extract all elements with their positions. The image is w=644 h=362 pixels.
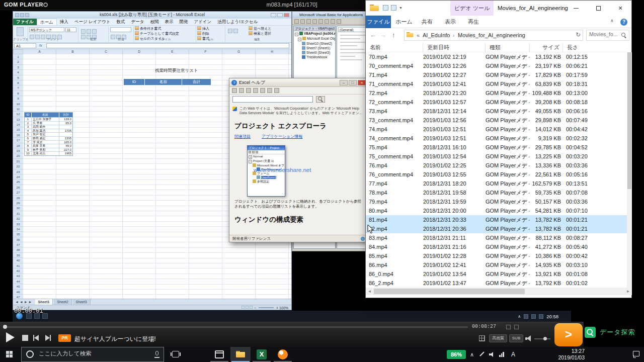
open-panel-button[interactable]: > (554, 323, 583, 346)
header-length[interactable]: 長さ (563, 43, 622, 52)
taskbar-search-input[interactable] (39, 350, 139, 356)
ad-text[interactable]: 超サイヤ人ブルーついに登場! (74, 335, 156, 343)
file-row[interactable]: 83.mp4 2018/12/31 21:11 GOM Playerメディア .… (366, 233, 627, 242)
explorer-window-title: Movies_for_AI_engineering (498, 1, 568, 16)
next-button[interactable] (45, 335, 51, 341)
breadcrumb-collapse[interactable]: « (417, 32, 420, 38)
taskbar-search-box[interactable] (21, 347, 164, 362)
file-row[interactable]: 76.mp4 2019/01/02 12:25 GOM Playerメディア .… (366, 161, 627, 170)
file-row[interactable]: 73_comment.mp4 2019/01/03 12:56 GOM Play… (366, 116, 627, 125)
file-row[interactable]: 82.mp4 2018/12/31 20:36 GOM Playerメディア .… (366, 224, 627, 233)
qat-icon-1[interactable] (383, 5, 388, 11)
row-number: 46 (13, 290, 23, 295)
repeat-icon[interactable] (506, 325, 511, 329)
file-row[interactable]: 86_2.mp4 2019/01/02 13:47 GOM Playerメディア… (366, 279, 627, 288)
file-row[interactable]: 80.mp4 2018/12/31 20:00 GOM Playerメディア .… (366, 206, 627, 215)
close-button[interactable]: × (609, 1, 631, 16)
header-size[interactable]: サイズ (530, 43, 563, 52)
file-row[interactable]: 79.mp4 2018/12/31 19:59 GOM Playerメディア .… (366, 197, 627, 206)
tray-expand-icon[interactable]: ∧ (470, 351, 474, 358)
file-row[interactable]: 75_comment.mp4 2019/01/03 12:54 GOM Play… (366, 152, 627, 161)
breadcrumb[interactable]: « AI_EduInfo › Movies_for_AI_engineering… (404, 30, 583, 41)
up-button[interactable]: ↑ (392, 31, 395, 39)
file-row[interactable]: 86.mp4 2019/01/02 12:41 GOM Playerメディア .… (366, 260, 627, 269)
header-name[interactable]: 名前 (366, 43, 423, 52)
network-icon[interactable] (499, 352, 504, 357)
play-button[interactable] (6, 332, 15, 342)
action-center-icon[interactable] (633, 351, 639, 356)
microphone-icon[interactable] (155, 351, 158, 355)
maximize-button[interactable] (587, 1, 609, 16)
stop-button[interactable] (22, 335, 28, 341)
file-row[interactable]: 71_comment.mp4 2019/01/03 12:41 GOM Play… (366, 79, 627, 88)
minimize-button[interactable] (565, 1, 587, 16)
header-type[interactable]: 種類 (486, 43, 530, 52)
excel-table-row: 3 高岡 範夫 - (25, 125, 72, 129)
taskbar-app-gom[interactable] (273, 347, 293, 362)
explorer-search-box[interactable] (586, 30, 629, 41)
file-row[interactable]: 75.mp4 2018/12/31 16:10 GOM Playerメディア .… (366, 143, 627, 152)
taskbar-app-generic[interactable] (209, 347, 229, 362)
header-date[interactable]: 更新日時 (423, 43, 486, 52)
tab-share[interactable]: 共有 (416, 16, 438, 28)
tab-home[interactable]: ホーム (393, 16, 415, 28)
scroll-right-icon[interactable]: ► (624, 288, 632, 295)
file-row[interactable]: 85.mp4 2019/01/02 12:28 GOM Playerメディア .… (366, 251, 627, 260)
explorer-titlebar[interactable]: ▼ ビデオ ツール Movies_for_AI_engineering × (366, 1, 631, 16)
qat-dropdown-icon[interactable]: ▼ (399, 6, 403, 10)
file-row[interactable]: 76_comment.mp4 2019/01/03 12:55 GOM Play… (366, 170, 627, 179)
qat-icon-2[interactable] (391, 5, 396, 11)
tab-play[interactable]: 再生 (462, 16, 485, 28)
horizontal-scrollbar-thumb[interactable] (374, 289, 525, 294)
data-explore-widget[interactable]: データ探索 (585, 325, 635, 340)
vertical-scrollbar-thumb[interactable] (627, 52, 631, 189)
back-button[interactable]: ← (370, 31, 376, 39)
taskbar-app-excel[interactable]: X (252, 347, 272, 362)
screen-mode-icon[interactable] (479, 335, 485, 341)
file-row[interactable]: 70.mp4 2019/01/02 12:19 GOM Playerメディア .… (366, 52, 627, 61)
battery-badge[interactable]: 86% (447, 350, 466, 359)
ribbon-collapse-icon[interactable]: ∧ (610, 18, 614, 23)
subtitle-button[interactable]: SUB (509, 334, 523, 342)
file-row[interactable]: 71.mp4 2019/01/02 12:27 GOM Playerメディア .… (366, 70, 627, 79)
volume-icon[interactable] (525, 335, 532, 341)
file-row[interactable]: 84.mp4 2018/12/31 21:16 GOM Playerメディア .… (366, 242, 627, 251)
quality-button[interactable]: 高画質 (489, 334, 507, 342)
help-search-row (229, 95, 368, 105)
horizontal-scrollbar[interactable]: ◄ ► (366, 288, 632, 295)
explorer-search-input[interactable] (589, 31, 619, 37)
taskbar-clock[interactable]: 13:27 2019/01/03 (546, 348, 585, 361)
breadcrumb-root[interactable]: AI_EduInfo (423, 32, 450, 38)
ime-indicator[interactable]: A (511, 351, 515, 358)
breadcrumb-current[interactable]: Movies_for_AI_engineering (458, 32, 525, 38)
file-row[interactable]: 74.mp4 2019/01/03 12:51 GOM Playerメディア .… (366, 125, 627, 134)
pen-icon[interactable] (479, 351, 485, 356)
seek-handle[interactable] (3, 325, 7, 329)
taskbar-app-file-explorer[interactable] (230, 347, 251, 362)
file-row[interactable]: 72.mp4 2018/12/30 21:20 GOM Playerメディア .… (366, 88, 627, 98)
file-row[interactable]: 86_0.mp4 2019/01/02 13:54 GOM Playerメディア… (366, 269, 627, 279)
forward-button[interactable]: → (380, 31, 386, 39)
refresh-icon[interactable]: ↻ (576, 31, 581, 38)
file-row[interactable]: 72_comment.mp4 2019/01/03 12:57 GOM Play… (366, 98, 627, 107)
volume-slider[interactable] (534, 338, 550, 339)
vertical-scrollbar[interactable] (627, 52, 632, 288)
seek-bar[interactable] (5, 326, 468, 328)
help-icon[interactable]: ? (620, 19, 627, 26)
excel-tab-extra: 活用しよう!エクセル (214, 19, 261, 25)
screen-capture-icon[interactable] (514, 325, 519, 329)
file-row[interactable]: 74_comment.mp4 2019/01/03 12:51 GOM Play… (366, 134, 627, 143)
file-row[interactable]: 70_comment.mp4 2019/01/03 12:26 GOM Play… (366, 61, 627, 70)
scroll-left-icon[interactable]: ◄ (366, 288, 373, 295)
previous-button[interactable] (33, 335, 39, 341)
clock-time: 13:27 (546, 348, 585, 354)
task-view-icon[interactable] (172, 351, 179, 357)
start-button[interactable] (6, 351, 13, 357)
tab-file[interactable]: ファイル (366, 16, 391, 28)
tab-view[interactable]: 表示 (439, 16, 461, 28)
file-row[interactable]: 78.mp4 2018/12/31 19:58 GOM Playerメディア .… (366, 188, 627, 197)
file-row[interactable]: 73.mp4 2018/12/31 12:14 GOM Playerメディア .… (366, 107, 627, 116)
file-row[interactable]: 81.mp4 2018/12/31 20:33 GOM Playerメディア .… (366, 215, 627, 224)
sheet-nav-icons: ◄ ◄ ► ► (13, 300, 34, 304)
file-row[interactable]: 77.mp4 2018/12/31 18:20 GOM Playerメディア .… (366, 179, 627, 188)
